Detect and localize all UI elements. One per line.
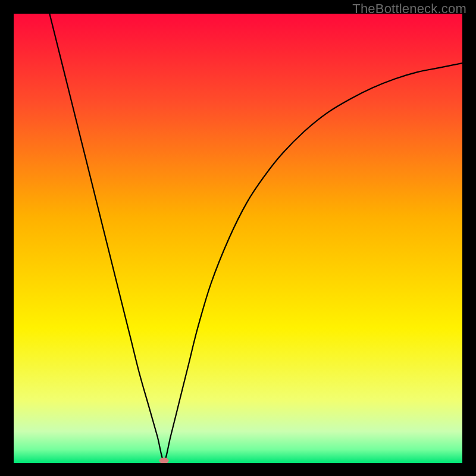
chart-svg	[14, 14, 462, 463]
gradient-background	[14, 14, 462, 463]
chart-frame: TheBottleneck.com	[0, 0, 476, 476]
plot-area	[14, 14, 462, 463]
